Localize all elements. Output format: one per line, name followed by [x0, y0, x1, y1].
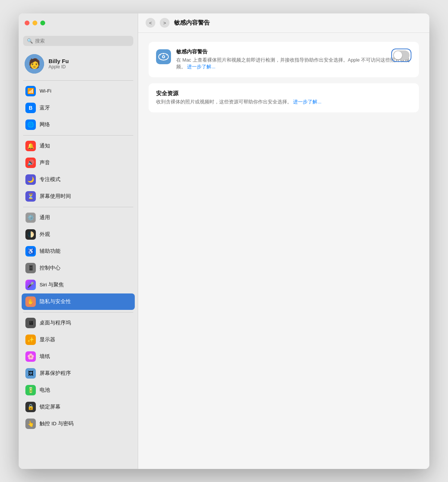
privacy-icon: ✋ [25, 296, 36, 307]
sidebar-item-accessibility[interactable]: ♿ 辅助功能 [22, 243, 135, 259]
sidebar-item-appearance[interactable]: 🌓 外观 [22, 226, 135, 243]
sensitive-content-title: 敏感内容警告 [176, 49, 411, 55]
safe-resources-row: 安全资源 收到含裸体的照片或视频时，这些资源可帮助你作出安全选择。 进一步了解.… [149, 83, 419, 112]
sidebar-divider-3 [23, 207, 133, 207]
sidebar-item-label: 蓝牙 [40, 105, 50, 111]
sensitive-content-card: 敏感内容警告 在 Mac 上查看裸体照片和视频之前即进行检测，并接收指导协助作出… [149, 42, 419, 78]
sidebar-item-label: 控制中心 [40, 265, 60, 271]
display-icon: ✨ [25, 335, 36, 345]
sidebar-item-desktop[interactable]: 🖥 桌面与程序坞 [22, 315, 135, 331]
traffic-lights [25, 21, 45, 25]
user-info: Billy Fu Apple ID [49, 58, 69, 69]
page-title: 敏感内容警告 [174, 19, 210, 27]
sidebar-item-touchid[interactable]: 👆 触控 ID 与密码 [22, 416, 135, 432]
avatar-image: 🧑 [25, 54, 44, 74]
sidebar-item-label: 屏幕保护程序 [40, 370, 71, 377]
content-titlebar: < > 敏感内容警告 [138, 13, 429, 33]
battery-icon: 🔋 [25, 385, 36, 395]
user-name: Billy Fu [49, 58, 69, 64]
safe-resources-desc: 收到含裸体的照片或视频时，这些资源可帮助你作出安全选择。 进一步了解... [156, 99, 411, 106]
focus-icon: 🌙 [25, 174, 36, 185]
toggle-container [391, 49, 411, 62]
screensaver-icon: 🖼 [25, 368, 36, 379]
accessibility-icon: ♿ [25, 246, 36, 256]
safe-resources-text: 安全资源 收到含裸体的照片或视频时，这些资源可帮助你作出安全选择。 进一步了解.… [156, 90, 411, 106]
sidebar-item-label: 专注模式 [40, 176, 60, 183]
minimize-button[interactable] [32, 21, 37, 25]
sidebar-item-label: 通用 [40, 214, 50, 221]
sidebar-item-screentime[interactable]: ⏳ 屏幕使用时间 [22, 188, 135, 205]
sidebar-item-label: 通知 [40, 143, 50, 149]
sidebar-item-label: 电池 [40, 387, 50, 394]
sidebar-divider-4 [23, 312, 133, 312]
sidebar-item-wifi[interactable]: 📶 Wi-Fi [22, 83, 135, 99]
sidebar-scroll: 🧑 Billy Fu Apple ID 📶 Wi-Fi B 蓝牙 🌐 网络 [19, 50, 138, 469]
sidebar-item-notification[interactable]: 🔔 通知 [22, 138, 135, 154]
screentime-icon: ⏳ [25, 191, 36, 202]
search-input[interactable] [35, 38, 130, 44]
sensitive-content-link[interactable]: 进一步了解... [187, 64, 215, 69]
search-bar[interactable]: 🔍 [23, 36, 133, 46]
sidebar-item-siri[interactable]: 🎤 Siri 与聚焦 [22, 277, 135, 293]
sidebar-item-focus[interactable]: 🌙 专注模式 [22, 171, 135, 188]
main-content: < > 敏感内容警告 [138, 13, 429, 469]
desktop-icon: 🖥 [25, 318, 36, 328]
sidebar-item-sound[interactable]: 🔊 声音 [22, 155, 135, 171]
sound-icon: 🔊 [25, 158, 36, 168]
sensitive-content-toggle[interactable] [393, 50, 410, 60]
avatar: 🧑 [25, 54, 44, 74]
lockscreen-icon: 🔒 [25, 402, 36, 412]
back-button[interactable]: < [146, 18, 155, 28]
sidebar-item-label: 网络 [40, 121, 50, 128]
content-body: 敏感内容警告 在 Mac 上查看裸体照片和视频之前即进行检测，并接收指导协助作出… [138, 33, 429, 469]
titlebar [19, 13, 138, 33]
sidebar-item-label: Wi-Fi [40, 88, 51, 94]
sidebar: 🔍 🧑 Billy Fu Apple ID 📶 Wi-Fi B [19, 13, 138, 469]
sidebar-item-label: 触控 ID 与密码 [40, 420, 74, 427]
sidebar-item-label: 外观 [40, 231, 50, 238]
user-profile[interactable]: 🧑 Billy Fu Apple ID [22, 50, 135, 77]
sidebar-item-label: Siri 与聚焦 [40, 282, 64, 288]
wifi-icon: 📶 [25, 86, 36, 96]
sidebar-item-label: 隐私与安全性 [40, 298, 71, 305]
sidebar-item-controlcenter[interactable]: 🎛 控制中心 [22, 260, 135, 276]
toggle-thumb [394, 51, 402, 59]
sidebar-item-label: 辅助功能 [40, 248, 60, 255]
sensitive-content-text: 敏感内容警告 在 Mac 上查看裸体照片和视频之前即进行检测，并接收指导协助作出… [176, 49, 411, 71]
sidebar-item-general[interactable]: ⚙️ 通用 [22, 209, 135, 226]
sidebar-item-label: 屏幕使用时间 [40, 193, 71, 200]
sidebar-item-privacy[interactable]: ✋ 隐私与安全性 [22, 293, 135, 310]
search-icon: 🔍 [27, 38, 33, 44]
sidebar-item-display[interactable]: ✨ 显示器 [22, 332, 135, 348]
sidebar-item-label: 墙纸 [40, 353, 50, 360]
sensitive-content-row: 敏感内容警告 在 Mac 上查看裸体照片和视频之前即进行检测，并接收指导协助作出… [149, 42, 419, 78]
sidebar-item-battery[interactable]: 🔋 电池 [22, 382, 135, 398]
sidebar-item-lockscreen[interactable]: 🔒 锁定屏幕 [22, 399, 135, 415]
svg-point-2 [163, 56, 164, 57]
touchid-icon: 👆 [25, 419, 36, 429]
safe-resources-title: 安全资源 [156, 90, 411, 97]
safe-resources-card: 安全资源 收到含裸体的照片或视频时，这些资源可帮助你作出安全选择。 进一步了解.… [149, 83, 419, 112]
sensitive-content-icon [156, 49, 171, 64]
sidebar-divider-1 [23, 80, 133, 81]
general-icon: ⚙️ [25, 212, 36, 223]
maximize-button[interactable] [40, 21, 45, 25]
sidebar-item-label: 桌面与程序坞 [40, 320, 71, 326]
sidebar-item-label: 声音 [40, 159, 50, 166]
sidebar-divider-2 [23, 135, 133, 136]
controlcenter-icon: 🎛 [25, 263, 36, 273]
sidebar-item-label: 锁定屏幕 [40, 404, 60, 410]
sidebar-item-wallpaper[interactable]: 🌸 墙纸 [22, 348, 135, 365]
safe-resources-link[interactable]: 进一步了解... [293, 99, 321, 105]
close-button[interactable] [25, 21, 29, 25]
sidebar-item-screensaver[interactable]: 🖼 屏幕保护程序 [22, 365, 135, 382]
sidebar-item-bluetooth[interactable]: B 蓝牙 [22, 100, 135, 116]
system-preferences-window: 🔍 🧑 Billy Fu Apple ID 📶 Wi-Fi B [19, 13, 429, 469]
siri-icon: 🎤 [25, 280, 36, 290]
forward-button[interactable]: > [160, 18, 169, 28]
sidebar-item-label: 显示器 [40, 336, 55, 343]
appearance-icon: 🌓 [25, 229, 36, 240]
sensitive-content-desc: 在 Mac 上查看裸体照片和视频之前即进行检测，并接收指导协助作出安全选择。Ap… [176, 57, 411, 71]
network-icon: 🌐 [25, 119, 36, 130]
sidebar-item-network[interactable]: 🌐 网络 [22, 116, 135, 133]
